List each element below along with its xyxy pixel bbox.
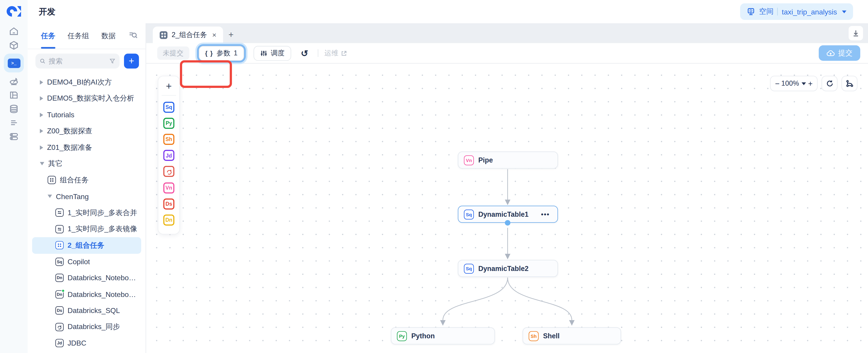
rail-home-icon[interactable] <box>4 25 24 38</box>
tree-item[interactable]: Sq Copilot <box>28 254 146 270</box>
chevron-down-icon <box>842 10 846 13</box>
rail-terminal-icon[interactable]: >_ <box>4 54 24 72</box>
app-logo-icon[interactable] <box>6 5 21 18</box>
rail-database-icon[interactable] <box>4 102 24 115</box>
palette-sql-node[interactable]: Sq <box>163 102 175 112</box>
tree-item[interactable]: Jd JDBC <box>28 335 146 351</box>
palette-pipe-node[interactable]: Vn <box>163 182 175 193</box>
node-shell[interactable]: Sh Shell <box>523 327 621 344</box>
palette-add-button[interactable]: + <box>161 79 177 93</box>
divider <box>777 8 778 15</box>
palette-python-node[interactable]: Py <box>163 118 175 129</box>
palette-databricks-sql-node[interactable]: Ds <box>163 199 175 210</box>
divider <box>318 49 318 57</box>
tree-item[interactable]: Dn Databricks_Notebo… <box>28 270 146 286</box>
caret-right-icon[interactable] <box>40 145 43 150</box>
palette-shell-node[interactable]: Sh <box>163 134 175 145</box>
tree-item[interactable]: Z00_数据探查 <box>28 123 146 139</box>
editor-toolbar: 未提交 { } 参数 1 调度 ↺ 运维 <box>146 43 868 64</box>
tree-item[interactable]: 组合任务 <box>28 172 146 188</box>
svg-text:D: D <box>750 9 752 13</box>
zoom-in-button[interactable]: + <box>808 79 812 88</box>
tree-item[interactable]: 1_实时同步_多表镜像 <box>28 221 146 237</box>
databricks-sql-icon: Ds <box>56 307 64 315</box>
search-box[interactable] <box>35 54 120 68</box>
tree-item[interactable]: Tutorials <box>28 107 146 123</box>
rail-radar-icon[interactable] <box>4 74 24 88</box>
zoom-out-button[interactable]: − <box>775 79 779 88</box>
status-badge: 未提交 <box>157 46 189 60</box>
rail-cube-icon[interactable] <box>4 38 24 52</box>
tree-item[interactable]: Dn Databricks_Notebo… <box>28 286 146 303</box>
tree-item[interactable]: DEMO5_数据实时入仓分析 <box>28 91 146 107</box>
tree-item-folder-expanded[interactable]: ChenTang <box>28 188 146 205</box>
tab-tasks[interactable]: 任务 <box>41 23 56 49</box>
workspace-selector[interactable]: D 空间 taxi_trip_analysis <box>740 3 853 20</box>
sql-task-icon: Sq <box>56 257 64 266</box>
node-palette: + Sq Py Sh Jd Vn Ds Dn <box>158 76 180 234</box>
search-input[interactable] <box>49 57 106 65</box>
caret-right-icon[interactable] <box>40 129 43 134</box>
composite-task-icon <box>159 31 168 39</box>
node-dynamictable2[interactable]: Sq DynamicTable2 <box>458 260 558 277</box>
auto-layout-button[interactable] <box>841 76 858 91</box>
schedule-button[interactable]: 调度 <box>254 46 291 61</box>
composite-task-icon <box>56 241 64 249</box>
download-button[interactable] <box>848 26 863 40</box>
logo-zone <box>0 0 28 23</box>
node-output-port[interactable] <box>505 220 510 225</box>
zoom-controls: − 100% + <box>770 76 817 91</box>
download-icon <box>852 29 860 37</box>
left-icon-rail: >_ <box>0 23 28 353</box>
list-search-icon[interactable] <box>128 31 138 42</box>
caret-down-icon[interactable] <box>40 162 44 166</box>
zoom-dropdown-caret[interactable] <box>801 82 806 85</box>
rail-notebook-icon[interactable] <box>4 88 24 102</box>
caret-down-icon[interactable] <box>48 195 52 198</box>
task-tree: DEMO4_BI的AI次方 DEMO5_数据实时入仓分析 Tutorials Z… <box>28 72 146 353</box>
databricks-notebook-icon: Dn <box>56 290 64 298</box>
palette-databricks-notebook-node[interactable]: Dn <box>163 214 175 225</box>
tree-item[interactable]: Z01_数据准备 <box>28 139 146 156</box>
tree-item[interactable]: 1_实时同步_多表合并 <box>28 205 146 221</box>
history-icon[interactable]: ↺ <box>297 46 312 60</box>
tree-item-selected[interactable]: 2_组合任务 <box>32 237 141 254</box>
sliders-icon <box>260 49 268 57</box>
zoom-level: 100% <box>781 79 799 87</box>
tab-task-groups[interactable]: 任务组 <box>67 23 89 49</box>
running-status-dot <box>62 289 65 292</box>
tree-item-folder-expanded[interactable]: 其它 <box>28 156 146 172</box>
caret-right-icon[interactable] <box>40 112 43 117</box>
dag-canvas[interactable]: + Sq Py Sh Jd Vn Ds Dn Vn Pipe <box>146 64 868 353</box>
databricks-notebook-icon: Dn <box>56 274 64 282</box>
python-badge-icon: Py <box>397 331 407 341</box>
add-task-button[interactable]: + <box>124 54 139 68</box>
filter-icon[interactable] <box>110 58 115 65</box>
composite-task-icon <box>48 176 56 184</box>
refresh-layout-button[interactable] <box>822 76 838 91</box>
node-menu-button[interactable]: ••• <box>539 209 552 219</box>
rail-server-icon[interactable] <box>4 129 24 143</box>
tree-item[interactable]: DEMO4_BI的AI次方 <box>28 74 146 91</box>
palette-sync-node[interactable] <box>163 166 175 177</box>
editor-tab-active[interactable]: 2_组合任务 ✕ <box>153 27 223 43</box>
palette-jdbc-node[interactable]: Jd <box>163 150 175 161</box>
node-pipe[interactable]: Vn Pipe <box>458 151 558 169</box>
rail-list-icon[interactable] <box>4 115 24 129</box>
close-icon[interactable]: ✕ <box>212 32 217 38</box>
tree-item[interactable]: Databricks_同步 <box>28 319 146 335</box>
layout-tree-icon <box>846 79 853 87</box>
page-title: 开发 <box>39 6 55 17</box>
node-python[interactable]: Py Python <box>391 327 495 344</box>
tree-item[interactable]: Lakehouse2ADB <box>28 351 146 353</box>
braces-icon: { } <box>205 50 213 56</box>
submit-button[interactable]: 提交 <box>819 45 860 61</box>
tree-item[interactable]: Ds Databricks_SQL <box>28 303 146 319</box>
tab-data[interactable]: 数据 <box>101 23 116 49</box>
caret-right-icon[interactable] <box>40 80 43 84</box>
app-root: 开发 D 空间 taxi_trip_analysis >_ <box>0 0 868 353</box>
tab-strip: 2_组合任务 ✕ + <box>146 23 868 43</box>
new-tab-button[interactable]: + <box>223 27 239 43</box>
caret-right-icon[interactable] <box>40 96 43 101</box>
params-button[interactable]: { } 参数 1 <box>198 46 244 61</box>
